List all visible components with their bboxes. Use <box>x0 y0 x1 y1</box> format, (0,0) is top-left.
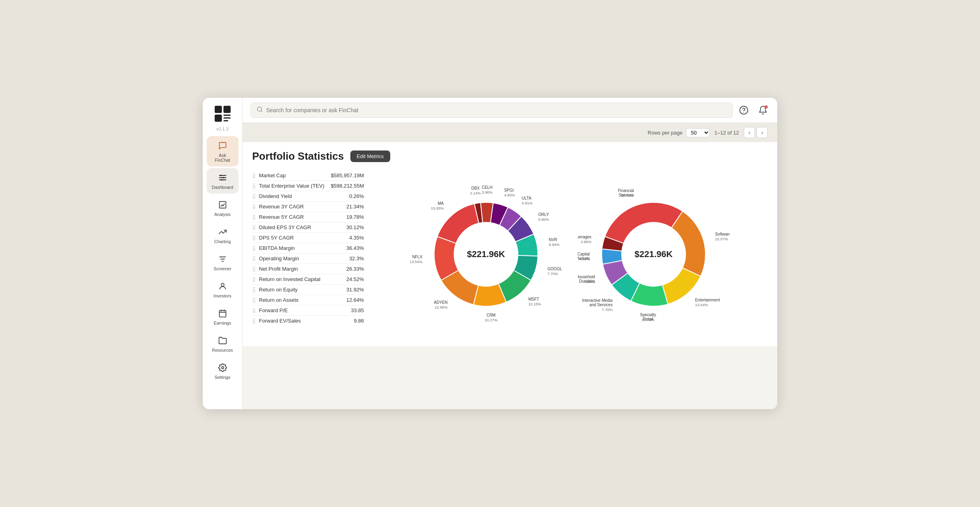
sidebar-item-resources[interactable]: Resources <box>207 331 239 356</box>
metric-row: ⣿ DPS 5Y CAGR 4.35% <box>252 233 364 243</box>
drag-handle-icon[interactable]: ⣿ <box>252 318 256 324</box>
metric-left: ⣿ Revenue 5Y CAGR <box>252 214 304 220</box>
metric-left: ⣿ Operating Margin <box>252 255 299 261</box>
svg-rect-0 <box>215 106 222 113</box>
metric-value: 21.34% <box>346 204 364 210</box>
portfolio-title: Portfolio Statistics <box>252 150 344 162</box>
chat-icon <box>217 140 228 151</box>
svg-text:3.96%: 3.96% <box>482 190 492 194</box>
metric-left: ⣿ Return on Invested Capital <box>252 276 320 282</box>
sidebar-label-screener: Screener <box>213 266 231 271</box>
drag-handle-icon[interactable]: ⣿ <box>252 173 256 178</box>
search-bar[interactable] <box>251 103 733 118</box>
drag-handle-icon[interactable]: ⣿ <box>252 214 256 220</box>
svg-rect-17 <box>219 311 226 317</box>
metric-row: ⣿ Diluted EPS 3Y CAGR 30.12% <box>252 222 364 233</box>
metric-name: Return on Invested Capital <box>259 276 320 282</box>
sidebar-label-charting: Charting <box>214 239 231 244</box>
drag-handle-icon[interactable]: ⣿ <box>252 277 256 282</box>
svg-text:6.94%: 6.94% <box>549 242 559 247</box>
metric-name: Return on Equity <box>259 287 298 293</box>
svg-text:4.80%: 4.80% <box>579 257 590 261</box>
sidebar-item-investors[interactable]: Investors <box>207 277 239 302</box>
drag-handle-icon[interactable]: ⣿ <box>252 256 256 261</box>
sidebar-item-ask-finchat[interactable]: Ask FinChat <box>207 136 239 166</box>
metric-left: ⣿ Revenue 3Y CAGR <box>252 204 304 210</box>
sidebar-label-resources: Resources <box>212 348 233 353</box>
prev-page-button[interactable]: ‹ <box>744 127 755 138</box>
drag-handle-icon[interactable]: ⣿ <box>252 266 256 272</box>
rows-per-page-label: Rows per page <box>648 130 682 136</box>
svg-text:6.80%: 6.80% <box>538 217 549 222</box>
svg-text:Beverages: Beverages <box>578 235 591 239</box>
metric-name: Market Cap <box>259 172 286 178</box>
topbar <box>243 98 777 123</box>
metric-name: Diluted EPS 3Y CAGR <box>259 224 311 230</box>
drag-handle-icon[interactable]: ⣿ <box>252 297 256 303</box>
svg-text:ULTA: ULTA <box>522 196 531 200</box>
drag-handle-icon[interactable]: ⣿ <box>252 308 256 313</box>
svg-text:7.70%: 7.70% <box>602 307 612 312</box>
svg-text:11.72%: 11.72% <box>642 317 655 322</box>
drag-handle-icon[interactable]: ⣿ <box>252 246 256 251</box>
svg-text:28.79%: 28.79% <box>621 193 634 198</box>
rows-per-page-select[interactable]: 50 25 100 <box>686 128 710 137</box>
metric-value: 24.52% <box>346 276 364 282</box>
metric-name: Forward P/E <box>259 307 288 313</box>
help-icon[interactable] <box>737 104 750 117</box>
metric-left: ⣿ DPS 5Y CAGR <box>252 235 294 241</box>
metric-left: ⣿ Diluted EPS 3Y CAGR <box>252 224 311 230</box>
svg-text:10.15%: 10.15% <box>528 302 541 306</box>
sidebar-item-earnings[interactable]: Earnings <box>207 304 239 329</box>
metric-name: Revenue 3Y CAGR <box>259 204 304 210</box>
metric-row: ⣿ Revenue 3Y CAGR 21.34% <box>252 202 364 212</box>
drag-handle-icon[interactable]: ⣿ <box>252 194 256 199</box>
svg-text:10.27%: 10.27% <box>484 318 498 322</box>
svg-rect-5 <box>223 120 228 121</box>
svg-point-11 <box>221 179 223 181</box>
sidebar-item-dashboard[interactable]: Dashboard <box>207 168 239 194</box>
svg-text:MA: MA <box>438 201 444 206</box>
notification-icon[interactable] <box>757 104 769 117</box>
next-page-button[interactable]: › <box>757 127 768 138</box>
metric-value: 32.3% <box>349 255 364 261</box>
drag-handle-icon[interactable]: ⣿ <box>252 183 256 189</box>
metric-value: 31.92% <box>346 287 364 293</box>
metric-value: 26.33% <box>346 266 364 272</box>
edit-metrics-button[interactable]: Edit Metrics <box>350 151 390 162</box>
metric-row: ⣿ Dividend Yield 0.26% <box>252 191 364 202</box>
svg-text:15.93%: 15.93% <box>431 206 444 210</box>
svg-text:ORLY: ORLY <box>538 212 549 217</box>
resources-icon <box>217 335 228 346</box>
sidebar-item-analysis[interactable]: Analysis <box>207 195 239 221</box>
metric-left: ⣿ Total Enterprise Value (TEV) <box>252 183 324 189</box>
svg-text:2.14%: 2.14% <box>470 191 481 195</box>
metric-left: ⣿ Forward EV/Sales <box>252 318 301 324</box>
metric-value: 36.43% <box>346 245 364 251</box>
metric-name: Revenue 5Y CAGR <box>259 214 304 220</box>
metric-name: Return on Assets <box>259 297 298 303</box>
drag-handle-icon[interactable]: ⣿ <box>252 287 256 293</box>
svg-text:3.96%: 3.96% <box>581 240 591 244</box>
drag-handle-icon[interactable]: ⣿ <box>252 204 256 210</box>
content-area: Rows per page 50 25 100 1–12 of 12 ‹ › P… <box>243 123 777 409</box>
portfolio-header: Portfolio Statistics Edit Metrics <box>252 150 768 162</box>
sidebar-label-ask-finchat: Ask FinChat <box>211 153 234 162</box>
metric-left: ⣿ Forward P/E <box>252 307 288 313</box>
svg-point-16 <box>221 283 224 286</box>
sidebar-item-charting[interactable]: Charting <box>207 222 239 248</box>
metric-name: Total Enterprise Value (TEV) <box>259 183 324 189</box>
sidebar-item-screener[interactable]: Screener <box>207 250 239 275</box>
drag-handle-icon[interactable]: ⣿ <box>252 225 256 230</box>
svg-text:DBX: DBX <box>471 186 480 190</box>
drag-handle-icon[interactable]: ⣿ <box>252 235 256 241</box>
metric-left: ⣿ Net Profit Margin <box>252 266 298 272</box>
metric-name: Net Profit Margin <box>259 266 298 272</box>
page-info: 1–12 of 12 <box>715 130 739 136</box>
svg-text:Software: Software <box>715 232 729 236</box>
sidebar-item-settings[interactable]: Settings <box>207 358 239 384</box>
svg-point-10 <box>223 177 224 178</box>
metric-value: 19.78% <box>346 214 364 220</box>
svg-text:6.94%: 6.94% <box>584 279 595 284</box>
search-input[interactable] <box>266 107 727 113</box>
